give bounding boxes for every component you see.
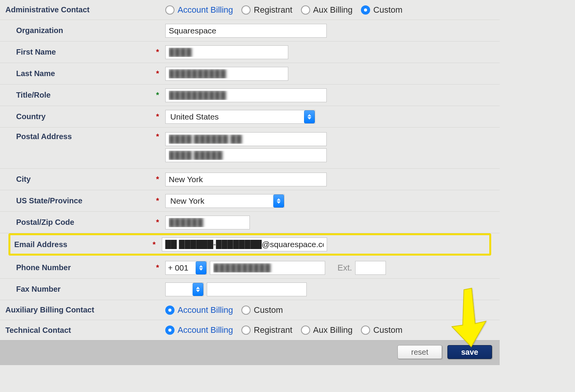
first-name-input[interactable] [165, 45, 288, 59]
aux-billing-contact-section: Auxiliary Billing Contact Account Billin… [0, 300, 500, 320]
phone-ext-input[interactable] [355, 261, 386, 275]
reset-button[interactable]: reset [397, 345, 442, 359]
phone-row: Phone Number * + 001 Ext. [0, 257, 500, 279]
state-select-value: New York [170, 196, 204, 206]
radio-label: Aux Billing [313, 5, 353, 15]
radio-dot-icon [301, 5, 310, 15]
email-label: Email Address [14, 240, 153, 249]
tech-radio-custom[interactable]: Custom [361, 325, 402, 335]
technical-title: Technical Contact [5, 326, 165, 335]
postal-address-row: Postal Address * [0, 128, 500, 169]
required-icon: * [156, 132, 165, 141]
required-icon: * [156, 48, 165, 56]
radio-dot-icon [241, 306, 251, 315]
radio-label: Registrant [254, 5, 292, 15]
state-row: US State/Province * New York [0, 190, 500, 212]
zip-row: Postal/Zip Code * [0, 212, 500, 233]
required-icon: * [153, 240, 162, 249]
phone-country-code-value: + 001 [168, 263, 188, 272]
technical-contact-section: Technical Contact Account Billing Regist… [0, 320, 500, 340]
radio-label: Account Billing [178, 5, 233, 15]
required-icon: * [156, 112, 165, 121]
last-name-row: Last Name * [0, 63, 500, 85]
state-select[interactable]: New York [165, 194, 284, 208]
radio-dot-icon [361, 326, 370, 335]
save-button[interactable]: save [447, 345, 492, 359]
admin-contact-section: Administrative Contact Account Billing R… [0, 0, 500, 20]
required-icon: * [156, 175, 165, 184]
aux-billing-radios: Account Billing Custom [165, 305, 494, 315]
aux-radio-custom[interactable]: Custom [241, 305, 283, 315]
radio-label: Aux Billing [313, 325, 353, 335]
first-name-row: First Name * [0, 42, 500, 63]
fax-country-code-select[interactable] [165, 282, 204, 296]
first-name-label: First Name [16, 48, 156, 56]
country-select-value: United States [170, 112, 219, 121]
select-stepper-icon [193, 283, 203, 296]
required-icon: * [156, 69, 165, 78]
radio-dot-icon [241, 5, 251, 15]
admin-contact-title: Administrative Contact [5, 5, 165, 14]
last-name-label: Last Name [16, 69, 156, 78]
select-stepper-icon [273, 194, 284, 208]
form-footer: reset save [0, 340, 500, 365]
radio-label: Custom [373, 5, 402, 15]
admin-radio-custom[interactable]: Custom [361, 5, 402, 15]
postal-address-line1-input[interactable] [165, 132, 327, 146]
organization-row: Organization [0, 20, 500, 42]
admin-radio-registrant[interactable]: Registrant [241, 5, 292, 15]
phone-ext-label: Ext. [337, 263, 352, 273]
city-input[interactable] [165, 173, 327, 186]
fax-row: Fax Number [0, 279, 500, 300]
postal-address-label: Postal Address [16, 132, 156, 141]
tech-radio-registrant[interactable]: Registrant [241, 325, 292, 335]
admin-contact-radios: Account Billing Registrant Aux Billing C… [165, 5, 494, 15]
email-row: Email Address * [8, 233, 491, 256]
aux-radio-account-billing[interactable]: Account Billing [165, 305, 233, 315]
country-select[interactable]: United States [165, 110, 315, 124]
select-stepper-icon [304, 110, 315, 123]
city-label: City [16, 175, 156, 184]
zip-label: Postal/Zip Code [16, 218, 156, 227]
phone-country-code-select[interactable]: + 001 [165, 261, 207, 275]
radio-label: Account Billing [178, 305, 233, 315]
country-label: Country [16, 112, 156, 121]
phone-label: Phone Number [16, 263, 156, 272]
radio-dot-icon [361, 5, 370, 15]
organization-input[interactable] [165, 24, 327, 38]
admin-radio-account-billing[interactable]: Account Billing [165, 5, 233, 15]
required-icon: * [156, 91, 165, 100]
last-name-input[interactable] [165, 67, 288, 81]
radio-dot-icon [241, 326, 251, 335]
radio-label: Custom [373, 325, 402, 335]
title-role-row: Title/Role * [0, 85, 500, 106]
email-input[interactable] [162, 238, 327, 251]
aux-billing-title: Auxiliary Billing Contact [5, 306, 165, 314]
radio-dot-icon [165, 306, 174, 315]
fax-number-input[interactable] [207, 282, 307, 296]
city-row: City * [0, 169, 500, 190]
technical-radios: Account Billing Registrant Aux Billing C… [165, 325, 494, 335]
radio-label: Registrant [254, 325, 292, 335]
radio-label: Custom [254, 305, 283, 315]
country-row: Country * United States [0, 106, 500, 128]
fax-label: Fax Number [16, 285, 156, 294]
radio-dot-icon [165, 326, 174, 335]
organization-label: Organization [16, 26, 156, 35]
radio-dot-icon [165, 5, 174, 15]
radio-label: Account Billing [178, 325, 233, 335]
phone-number-input[interactable] [210, 261, 325, 275]
required-icon: * [156, 196, 165, 205]
admin-radio-aux-billing[interactable]: Aux Billing [301, 5, 353, 15]
tech-radio-aux-billing[interactable]: Aux Billing [301, 325, 353, 335]
radio-dot-icon [301, 326, 310, 335]
zip-input[interactable] [165, 216, 250, 229]
required-icon: * [156, 218, 165, 227]
select-stepper-icon [196, 261, 206, 274]
title-role-input[interactable] [165, 88, 327, 102]
tech-radio-account-billing[interactable]: Account Billing [165, 325, 233, 335]
postal-address-line2-input[interactable] [165, 148, 327, 162]
state-label: US State/Province [16, 196, 156, 205]
title-role-label: Title/Role [16, 91, 156, 100]
required-icon: * [156, 263, 165, 272]
